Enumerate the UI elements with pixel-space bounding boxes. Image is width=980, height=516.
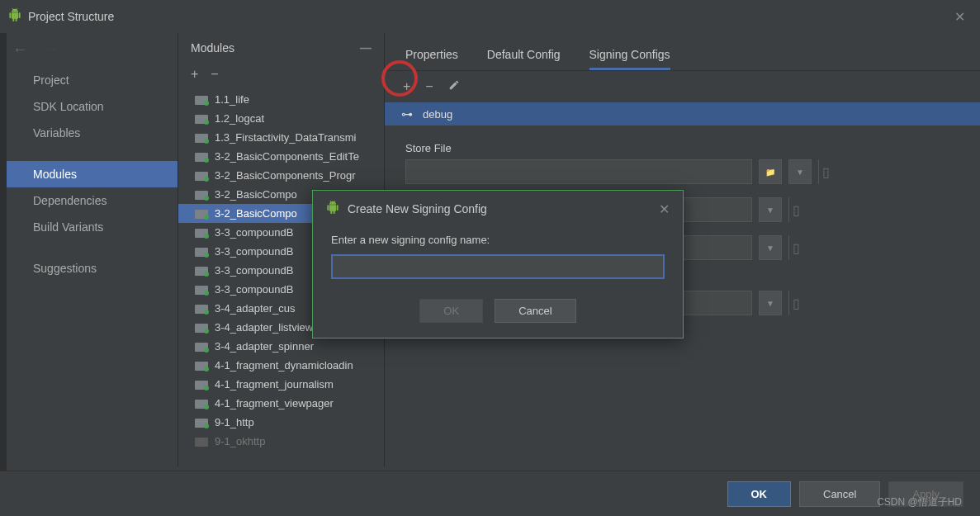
dialog-name-input[interactable] (331, 254, 665, 279)
dialog-create-signing-config: Create New Signing Config ✕ Enter a new … (312, 190, 684, 338)
field-store-file: Store File 📁 ▼ ▯ (405, 142, 959, 184)
folder-icon (195, 265, 208, 276)
sidebar-item-dependencies[interactable]: Dependencies (0, 187, 178, 214)
edit-config-icon[interactable] (448, 79, 460, 94)
aux-icon[interactable]: ▯ (788, 197, 803, 222)
remove-config-icon[interactable]: − (425, 79, 433, 94)
apply-button[interactable]: Apply (888, 481, 963, 507)
module-item[interactable]: 3-2_BasicComponents_Progr (178, 166, 384, 185)
sidebar-item-build-variants[interactable]: Build Variants (0, 214, 178, 240)
browse-folder-icon[interactable]: 📁 (759, 159, 782, 184)
dialog-footer: OK Cancel (313, 292, 683, 338)
folder-icon (195, 436, 208, 447)
collapse-icon[interactable]: — (360, 41, 372, 54)
module-item[interactable]: 4-1_fragment_journalism (178, 375, 384, 394)
titlebar: Project Structure ✕ (0, 0, 980, 33)
dialog-cancel-button[interactable]: Cancel (495, 299, 575, 323)
folder-icon (195, 322, 208, 333)
aux-icon[interactable]: ▯ (788, 291, 803, 315)
dropdown-icon[interactable]: ▼ (759, 197, 782, 222)
left-strip (0, 33, 7, 516)
content-toolbar: + − (385, 71, 980, 102)
dropdown-icon[interactable]: ▼ (759, 291, 782, 315)
dialog-header: Create New Signing Config ✕ (313, 191, 683, 227)
folder-icon (195, 208, 208, 219)
sidebar: ← → Project SDK Location Variables Modul… (0, 33, 178, 466)
folder-icon (195, 284, 208, 295)
dialog-prompt: Enter a new signing config name: (331, 234, 665, 246)
tabs: Properties Default Config Signing Config… (385, 33, 980, 71)
module-item[interactable]: 1.2_logcat (178, 109, 384, 128)
folder-icon (195, 227, 208, 238)
folder-icon (195, 94, 208, 105)
window-title: Project Structure (28, 10, 948, 23)
tab-properties[interactable]: Properties (405, 41, 458, 70)
module-item[interactable]: 3-2_BasicComponents_EditTe (178, 147, 384, 166)
dropdown-icon[interactable]: ▼ (788, 159, 812, 184)
tab-signing-configs[interactable]: Signing Configs (589, 41, 670, 70)
add-config-icon[interactable]: + (403, 79, 410, 94)
folder-icon (195, 379, 208, 390)
input-store-file[interactable] (405, 159, 752, 184)
folder-icon (195, 417, 208, 428)
module-item[interactable]: 1.1_life (178, 90, 384, 109)
label-store-file: Store File (405, 142, 959, 154)
folder-icon (195, 303, 208, 314)
add-module-icon[interactable]: + (191, 67, 198, 82)
config-label: debug (423, 108, 452, 121)
aux-icon[interactable]: ▯ (818, 159, 833, 184)
window-close-icon[interactable]: ✕ (948, 6, 972, 28)
dropdown-icon[interactable]: ▼ (759, 235, 782, 260)
folder-icon (195, 151, 208, 162)
module-item[interactable]: 4-1_fragment_viewpager (178, 394, 384, 413)
nav-back-icon[interactable]: ← (12, 41, 27, 59)
ok-button[interactable]: OK (727, 481, 792, 507)
tab-default-config[interactable]: Default Config (487, 41, 561, 70)
module-item[interactable]: 9-1_okhttp (178, 432, 384, 451)
module-item[interactable]: 9-1_http (178, 413, 384, 432)
module-item[interactable]: 4-1_fragment_dynamicloadin (178, 356, 384, 375)
modules-header: Modules — (178, 33, 384, 63)
sidebar-item-modules[interactable]: Modules (0, 161, 178, 187)
dialog-body: Enter a new signing config name: (313, 227, 683, 292)
sidebar-item-variables[interactable]: Variables (0, 120, 178, 146)
folder-icon (195, 170, 208, 181)
remove-module-icon[interactable]: − (211, 67, 218, 82)
module-item[interactable]: 1.3_Firstactivity_DataTransmi (178, 128, 384, 147)
folder-icon (195, 341, 208, 352)
nav-forward-icon[interactable]: → (44, 41, 59, 59)
sidebar-item-project[interactable]: Project (0, 67, 178, 93)
folder-icon (195, 398, 208, 409)
aux-icon[interactable]: ▯ (788, 235, 803, 260)
module-item[interactable]: 3-4_adapter_spinner (178, 337, 384, 356)
folder-icon (195, 132, 208, 143)
dialog-close-icon[interactable]: ✕ (659, 201, 670, 217)
folder-icon (195, 113, 208, 124)
sidebar-item-suggestions[interactable]: Suggestions (0, 255, 178, 282)
footer: OK Cancel Apply (0, 471, 980, 516)
sidebar-item-sdk-location[interactable]: SDK Location (0, 93, 178, 120)
android-icon (8, 8, 21, 25)
android-icon (326, 201, 339, 217)
dialog-ok-button[interactable]: OK (419, 299, 483, 323)
modules-toolbar: + − (178, 63, 384, 90)
folder-icon (195, 360, 208, 371)
config-row-debug[interactable]: ⊶ debug (385, 102, 980, 125)
nav-arrows: ← → (0, 33, 178, 67)
modules-title: Modules (191, 41, 360, 54)
key-icon: ⊶ (401, 107, 413, 121)
cancel-button[interactable]: Cancel (799, 481, 880, 507)
folder-icon (195, 189, 208, 200)
folder-icon (195, 246, 208, 257)
dialog-title: Create New Signing Config (348, 202, 659, 215)
